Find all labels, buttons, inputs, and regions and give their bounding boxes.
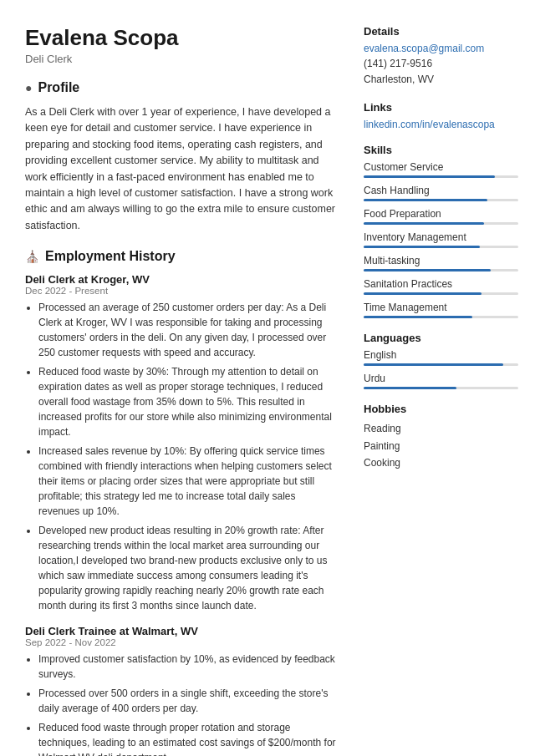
skill-bar-bg [364, 199, 518, 201]
bullet-item: Reduced food waste through proper rotati… [38, 720, 339, 756]
details-heading: Details [364, 25, 518, 38]
skill-item: Multi-tasking [364, 255, 518, 271]
lang-bar-fill [364, 387, 456, 389]
skills-heading: Skills [364, 144, 518, 156]
hobby-item: Reading [364, 420, 518, 437]
phone-text: (141) 217-9516 [364, 56, 518, 72]
bullet-item: Improved customer satisfaction by 10%, a… [38, 652, 339, 682]
employment-icon: ⛪ [25, 250, 39, 263]
profile-heading: ● Profile [25, 80, 339, 98]
bullet-item: Developed new product ideas resulting in… [38, 523, 339, 613]
resume-header: Evalena Scopa Deli Clerk [25, 25, 339, 65]
hobby-item: Cooking [364, 454, 518, 471]
candidate-title: Deli Clerk [25, 53, 339, 65]
links-heading: Links [364, 101, 518, 114]
language-item: English [364, 349, 518, 366]
languages-heading: Languages [364, 332, 518, 344]
linkedin-link[interactable]: linkedin.com/in/evalenascopa [364, 119, 518, 130]
candidate-name: Evalena Scopa [25, 25, 339, 51]
hobby-item: Painting [364, 438, 518, 454]
skill-bar-bg [364, 175, 518, 178]
job-bullets: Processed an average of 250 customer ord… [25, 300, 339, 613]
employment-section: ⛪ Employment History Deli Clerk at Kroge… [25, 249, 339, 756]
job-title: Deli Clerk at Kroger, WV [25, 273, 339, 286]
links-section: Links linkedin.com/in/evalenascopa [364, 101, 518, 130]
lang-bar-fill [364, 363, 503, 366]
languages-section: Languages English Urdu [364, 332, 518, 389]
skill-label: Inventory Management [364, 231, 518, 243]
hobbies-heading: Hobbies [364, 403, 518, 415]
employment-heading: ⛪ Employment History [25, 249, 339, 266]
job-item: Deli Clerk at Kroger, WV Dec 2022 - Pres… [25, 273, 339, 613]
skill-bar-bg [364, 222, 518, 225]
job-title: Deli Clerk Trainee at Walmart, WV [25, 625, 339, 637]
details-section: Details evalena.scopa@gmail.com (141) 21… [364, 25, 518, 88]
skill-label: Food Preparation [364, 208, 518, 220]
job-date: Sep 2022 - Nov 2022 [25, 637, 339, 647]
profile-icon: ● [25, 81, 32, 94]
skill-bar-bg [364, 316, 518, 318]
skill-label: Cash Handling [364, 185, 518, 196]
job-bullets: Improved customer satisfaction by 10%, a… [25, 652, 339, 756]
skill-bar-fill [364, 246, 480, 248]
email-link[interactable]: evalena.scopa@gmail.com [364, 43, 518, 54]
bullet-item: Reduced food waste by 30%: Through my at… [38, 364, 339, 439]
skill-item: Food Preparation [364, 208, 518, 225]
bullet-item: Increased sales revenue by 10%: By offer… [38, 444, 339, 519]
location-text: Charleston, WV [364, 72, 518, 88]
skill-item: Inventory Management [364, 231, 518, 248]
hobbies-section: Hobbies Reading Painting Cooking [364, 403, 518, 471]
skill-item: Cash Handling [364, 185, 518, 201]
language-item: Urdu [364, 373, 518, 389]
job-item: Deli Clerk Trainee at Walmart, WV Sep 20… [25, 625, 339, 756]
skill-item: Time Management [364, 302, 518, 318]
skill-bar-fill [364, 199, 487, 201]
bullet-item: Processed an average of 250 customer ord… [38, 300, 339, 360]
skills-section: Skills Customer Service Cash Handling Fo… [364, 144, 518, 318]
skill-bar-bg [364, 269, 518, 271]
skill-label: Time Management [364, 302, 518, 313]
lang-bar-bg [364, 387, 518, 389]
skill-item: Sanitation Practices [364, 278, 518, 295]
profile-text: As a Deli Clerk with over 1 year of expe… [25, 104, 339, 234]
lang-bar-bg [364, 363, 518, 366]
skill-bar-bg [364, 246, 518, 248]
skill-label: Sanitation Practices [364, 278, 518, 290]
skill-label: Customer Service [364, 161, 518, 173]
skill-item: Customer Service [364, 161, 518, 178]
skill-bar-fill [364, 316, 472, 318]
skill-bar-fill [364, 175, 495, 178]
language-label: Urdu [364, 373, 518, 384]
profile-section: ● Profile As a Deli Clerk with over 1 ye… [25, 80, 339, 234]
bullet-item: Processed over 500 orders in a single sh… [38, 686, 339, 716]
job-date: Dec 2022 - Present [25, 286, 339, 296]
skill-label: Multi-tasking [364, 255, 518, 266]
skill-bar-bg [364, 292, 518, 295]
skill-bar-fill [364, 222, 484, 225]
skill-bar-fill [364, 292, 482, 295]
skill-bar-fill [364, 269, 491, 271]
language-label: English [364, 349, 518, 361]
